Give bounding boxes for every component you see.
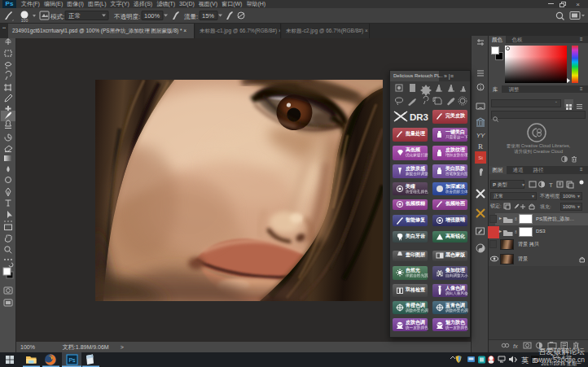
- svg-text:英: 英: [521, 356, 529, 365]
- svg-text:100%: 100%: [144, 12, 160, 20]
- svg-text:不透明度:: 不透明度:: [114, 13, 140, 20]
- svg-text:St: St: [478, 155, 483, 160]
- svg-text:fx: fx: [513, 343, 518, 350]
- svg-text:YY: YY: [476, 132, 485, 139]
- svg-text:流量:: 流量:: [184, 13, 198, 20]
- svg-text:15%: 15%: [202, 12, 214, 20]
- svg-text:正常: 正常: [68, 12, 81, 20]
- svg-text:T: T: [549, 181, 553, 189]
- svg-text:DR3: DR3: [410, 112, 428, 122]
- svg-text:100: 100: [21, 18, 29, 23]
- svg-text:Ps: Ps: [68, 357, 76, 363]
- svg-text:模式:: 模式:: [50, 13, 64, 20]
- svg-text:R: R: [478, 142, 483, 151]
